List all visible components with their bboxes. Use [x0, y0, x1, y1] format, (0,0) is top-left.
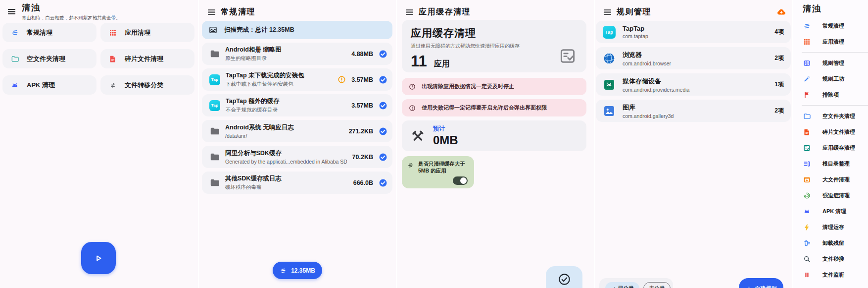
cache-card-subtitle: 通过使用无障碍的方式帮助您快速清理应用的缓存 [411, 43, 578, 50]
home-grid-item[interactable]: 常规清理 [2, 23, 96, 42]
clean-lines-icon [280, 267, 287, 274]
rule-count: 4项 [774, 28, 784, 36]
drawer-item-label: 应用清理 [822, 38, 844, 46]
swirl-icon [803, 192, 811, 199]
rule-count: 2项 [774, 107, 784, 115]
folder-icon [209, 126, 220, 136]
scan-list-item[interactable]: Android相册 缩略图原生的缩略图目录4.88MB [202, 43, 392, 65]
item-selected-check-icon[interactable] [379, 178, 387, 187]
document-icon [803, 128, 811, 136]
scan-item-size: 4.88MB [351, 51, 373, 58]
taptap-app-icon: Tap [209, 100, 220, 111]
scan-list-item[interactable]: 阿里分析与SDK缓存Generated by the applicati...e… [202, 146, 392, 168]
scan-item-title: TapTap 额外的缓存 [226, 97, 346, 106]
rule-app-name: 图库 [623, 103, 768, 112]
min-size-toggle[interactable] [453, 176, 468, 185]
drawer-item-label: 规则管理 [822, 59, 844, 67]
home-grid-item[interactable]: 应用清理 [100, 23, 194, 42]
drawer-item-label: 大文件清理 [822, 176, 850, 183]
start-scan-fab[interactable] [81, 242, 116, 274]
chip-unclassified[interactable]: 未分类 [643, 282, 671, 288]
grid-dots-icon [109, 29, 117, 37]
drawer-item[interactable]: 碎片文件清理 [793, 124, 868, 140]
rule-filter-bar: 已分类 未分类 [599, 278, 673, 288]
rule-app-item[interactable]: TapTapTapcom.taptap4项 [596, 21, 791, 43]
scan-item-title: Android相册 缩略图 [225, 46, 346, 54]
filter-lines-icon [407, 162, 414, 169]
scan-item-title: Android系统 无响应日志 [225, 123, 343, 132]
chip-label: 未分类 [649, 285, 665, 288]
rule-app-item[interactable]: 浏览器com.android.browser2项 [596, 47, 791, 69]
create-rule-button[interactable]: 自建规则 [739, 278, 783, 288]
drawer-item[interactable]: 规则管理 [793, 55, 868, 71]
rule-app-item[interactable]: 图库com.android.gallery3d2项 [596, 100, 791, 122]
pencil-sparkle-icon [803, 75, 811, 83]
folder-icon [209, 49, 220, 59]
rule-item-text: 媒体存储设备com.android.providers.media [623, 77, 768, 93]
home-grid-item[interactable]: 文件转移分类 [100, 75, 194, 95]
rule-app-name: 媒体存储设备 [623, 77, 768, 86]
home-grid-item[interactable]: APK 清理 [2, 75, 96, 95]
chip-classified[interactable]: 已分类 [605, 282, 639, 288]
checklist-icon[interactable] [559, 47, 577, 65]
scan-list-item[interactable]: TapTapTap 额外的缓存不合乎规范的缓存目录3.57MB [202, 94, 392, 116]
scan-list-item[interactable]: TapTapTap 未下载完成的安装包下载中或下载中暂停的安装包3.57MB [202, 68, 392, 91]
check-ring-icon [558, 273, 571, 286]
drawer-item[interactable]: 空文件夹清理 [793, 108, 868, 124]
rule-app-package: com.taptap [623, 33, 768, 39]
menu-icon[interactable] [599, 5, 616, 18]
media-store-icon [603, 78, 616, 91]
drawer-item[interactable]: 清理运存 [793, 219, 868, 235]
drawer-item[interactable]: 根目录整理 [793, 156, 868, 172]
scan-item-size: 3.57MB [351, 76, 373, 83]
cloud-sync-icon[interactable] [774, 5, 789, 18]
scan-item-text: TapTap 额外的缓存不合乎规范的缓存目录 [226, 97, 346, 114]
menu-icon[interactable] [3, 5, 20, 18]
home-header: 清浊 青山相待，白云相爱，梦不到紫罗袍共黄金带。 [22, 2, 121, 21]
warning-text: 使用失败记得一定记得要开启允许后台弹出界面权限 [422, 104, 547, 112]
create-rule-label: 自建规则 [755, 285, 777, 288]
start-clean-fab[interactable] [546, 266, 582, 288]
menu-icon[interactable] [401, 5, 418, 18]
item-selected-check-icon[interactable] [379, 101, 387, 110]
scan-item-title: 阿里分析与SDK缓存 [225, 149, 347, 158]
item-selected-check-icon[interactable] [379, 127, 387, 136]
drawer-item-label: 根目录整理 [822, 160, 850, 168]
rule-item-text: 浏览器com.android.browser [623, 51, 768, 66]
drawer-item[interactable]: 卸载残留 [793, 235, 868, 251]
menu-icon[interactable] [203, 5, 220, 18]
tools-icon [410, 128, 426, 144]
home-grid-item[interactable]: 空文件夹清理 [2, 49, 96, 68]
drawer-divider [802, 105, 868, 106]
drawer-item[interactable]: 常规清理 [793, 18, 868, 34]
folder-icon [209, 152, 220, 162]
drawer-item[interactable]: 应用清理 [793, 34, 868, 50]
drawer-item[interactable]: 文件监听 [793, 267, 868, 283]
drawer-item[interactable]: 规则工坊 [793, 71, 868, 87]
rule-app-package: com.android.providers.media [623, 87, 768, 93]
drawer-item[interactable]: APK 清理 [793, 203, 868, 219]
transfer-arrows-icon [109, 81, 117, 89]
scan-item-text: 其他SDK缓存或日志破坏秩序的毒瘤 [225, 174, 348, 191]
cache-card-title: 应用缓存清理 [411, 26, 578, 40]
home-grid-item[interactable]: 碎片文件清理 [100, 49, 194, 68]
scan-item-subtitle: Generated by the applicati...embedded in… [225, 159, 347, 165]
drawer-item-label: 文件监听 [822, 271, 844, 279]
drawer-item[interactable]: 大文件清理 [793, 172, 868, 187]
scan-list-item[interactable]: 其他SDK缓存或日志破坏秩序的毒瘤666.0B [202, 172, 392, 194]
item-selected-check-icon[interactable] [379, 153, 387, 162]
item-selected-check-icon[interactable] [379, 75, 387, 84]
rule-app-item[interactable]: 媒体存储设备com.android.providers.media1项 [596, 73, 791, 96]
trash-icon [803, 239, 811, 247]
scan-item-title: TapTap 未下载完成的安装包 [226, 71, 332, 80]
scan-list-item[interactable]: Android系统 无响应日志/data/anr/271.2KB [202, 120, 392, 142]
drawer-item[interactable]: 排除项 [793, 87, 868, 103]
item-selected-check-icon[interactable] [379, 50, 387, 58]
clean-total-button[interactable]: 12.35MB [273, 262, 322, 279]
drawer-item[interactable]: 强迫症清理 [793, 187, 868, 203]
app-count: 11 [411, 53, 427, 70]
drawer-item[interactable]: 文件秒搜 [793, 251, 868, 267]
home-grid-item-label: 文件转移分类 [125, 81, 163, 90]
drawer-item[interactable]: 应用缓存清理 [793, 140, 868, 156]
drawer-item-label: 排除项 [822, 91, 839, 99]
